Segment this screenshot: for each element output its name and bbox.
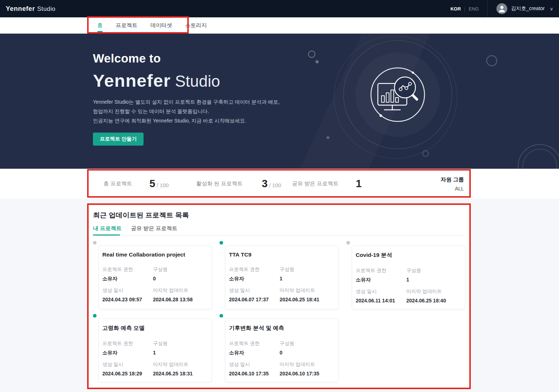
hero-description: Yennefer Studio는 별도의 설치 없이 프로젝트 환경을 구축하고… <box>93 97 280 125</box>
members-value: 1 <box>280 276 334 282</box>
active-projects-limit: / 100 <box>269 182 281 189</box>
permission-label: 프로젝트 권한 <box>229 266 280 273</box>
app-logo[interactable]: YenneferStudio <box>6 5 55 13</box>
members-value: 0 <box>280 350 334 356</box>
tab-my-projects[interactable]: 내 프로젝트 <box>93 225 121 235</box>
active-projects-value: 3 / 100 <box>262 178 281 189</box>
project-title: Covid-19 분석 <box>356 251 461 259</box>
project-card-wrapper: Real time Collaboration project 프로젝트 권한 … <box>93 241 212 309</box>
lang-eng-button[interactable]: ENG <box>469 6 479 12</box>
hero-banner: Welcome to YenneferStudio Yennefer Studi… <box>0 34 559 169</box>
project-list-tabs: 내 프로젝트 공유 받은 프로젝트 <box>93 225 465 236</box>
permission-value: 소유자 <box>102 276 153 282</box>
created-label: 생성 일시 <box>102 361 153 368</box>
hero-content: Welcome to YenneferStudio Yennefer Studi… <box>93 52 280 146</box>
created-label: 생성 일시 <box>229 287 280 294</box>
permission-value: 소유자 <box>229 350 280 356</box>
created-value: 2024.06.10 17:35 <box>229 371 280 376</box>
shared-projects-label: 공유 받은 프로젝트 <box>292 180 338 187</box>
members-label: 구성원 <box>153 340 207 347</box>
project-card[interactable]: 기후변화 분석 및 예측 프로젝트 권한 구성원 소유자 0 생성 일시 마지막… <box>225 318 338 382</box>
updated-value: 2024.06.10 17:35 <box>280 371 334 376</box>
lang-separator: | <box>464 6 465 12</box>
tab-datasets[interactable]: 데이터셋 <box>150 17 172 34</box>
project-title: 고령화 예측 모델 <box>102 324 207 332</box>
tab-home[interactable]: 홈 <box>97 17 103 34</box>
created-value: 2024.04.23 09:57 <box>102 297 153 302</box>
hero-description-line: Yennefer Studio는 별도의 설치 없이 프로젝트 환경을 구축하고… <box>93 97 280 107</box>
created-value: 2024.06.25 18:29 <box>102 371 153 376</box>
project-status-dot <box>219 241 223 245</box>
project-card-wrapper: 기후변화 분석 및 예측 프로젝트 권한 구성원 소유자 0 생성 일시 마지막… <box>219 314 338 382</box>
members-value: 1 <box>153 350 207 356</box>
tab-shared-projects[interactable]: 공유 받은 프로젝트 <box>131 225 177 235</box>
updated-value: 2024.06.25 18:40 <box>406 298 461 303</box>
members-label: 구성원 <box>153 266 207 273</box>
project-stats-band: 총 프로젝트 5 / 100 활성화 된 프로젝트 3 / 100 공유 받은 … <box>0 169 559 199</box>
project-card[interactable]: Real time Collaboration project 프로젝트 권한 … <box>98 245 212 309</box>
tab-projects[interactable]: 프로젝트 <box>116 17 137 34</box>
app-logo-secondary: Studio <box>37 5 56 12</box>
active-projects-label: 활성화 된 프로젝트 <box>196 180 243 187</box>
resource-group: 자원 그룹 ALL <box>441 176 464 191</box>
top-navbar: YenneferStudio KOR | ENG 김지호_creator ∨ <box>0 0 559 17</box>
hero-logo: YenneferStudio <box>93 70 280 91</box>
created-label: 생성 일시 <box>229 361 280 368</box>
navbar-right: KOR | ENG 김지호_creator ∨ <box>451 0 559 17</box>
active-projects-count: 3 <box>262 178 268 189</box>
permission-value: 소유자 <box>229 276 280 282</box>
shared-projects-count: 1 <box>356 178 362 189</box>
permission-label: 프로젝트 권한 <box>102 340 153 347</box>
project-status-dot <box>93 314 97 318</box>
create-project-button[interactable]: 프로젝트 만들기 <box>93 133 144 146</box>
total-projects-limit: / 100 <box>157 182 168 189</box>
chevron-down-icon: ∨ <box>550 6 553 12</box>
permission-label: 프로젝트 권한 <box>229 340 280 347</box>
created-label: 생성 일시 <box>356 288 406 295</box>
updated-label: 마지막 업데이트 <box>280 361 334 368</box>
permission-value: 소유자 <box>356 277 406 283</box>
updated-value: 2024.06.25 18:31 <box>153 371 207 376</box>
shared-projects-value: 1 <box>356 178 363 189</box>
updated-label: 마지막 업데이트 <box>153 287 207 294</box>
hero-logo-primary: Yennefer <box>93 71 171 90</box>
user-menu[interactable]: 김지호_creator ∨ <box>488 3 559 14</box>
total-projects-count: 5 <box>149 178 155 189</box>
project-card-grid: Real time Collaboration project 프로젝트 권한 … <box>93 241 465 382</box>
main-nav-tabs: 홈 프로젝트 데이터셋 스토리지 <box>0 17 559 34</box>
project-card-wrapper: TTA TC9 프로젝트 권한 구성원 소유자 1 생성 일시 마지막 업데이트… <box>219 241 338 309</box>
resource-group-value: ALL <box>441 186 464 191</box>
project-status-dot <box>219 314 223 318</box>
hero-description-line: 협업까지 진행할 수 있는 데이터 분석 플랫폼입니다. <box>93 107 280 116</box>
project-card[interactable]: TTA TC9 프로젝트 권한 구성원 소유자 1 생성 일시 마지막 업데이트… <box>225 245 338 309</box>
project-status-dot <box>93 241 97 245</box>
created-value: 2024.06.11 14:01 <box>356 298 406 303</box>
project-card[interactable]: 고령화 예측 모델 프로젝트 권한 구성원 소유자 1 생성 일시 마지막 업데… <box>98 318 212 382</box>
members-label: 구성원 <box>280 340 334 347</box>
app-logo-primary: Yennefer <box>6 5 35 12</box>
project-title: 기후변화 분석 및 예측 <box>229 324 334 332</box>
total-projects-value: 5 / 100 <box>149 178 169 189</box>
updated-value: 2024.06.28 13:58 <box>153 297 207 302</box>
permission-value: 소유자 <box>102 350 153 356</box>
created-value: 2024.06.07 17:37 <box>229 297 280 302</box>
project-card-wrapper: Covid-19 분석 프로젝트 권한 구성원 소유자 1 생성 일시 마지막 … <box>346 241 465 309</box>
hero-welcome-text: Welcome to <box>93 52 280 65</box>
user-avatar-icon <box>496 3 507 14</box>
person-icon <box>496 3 507 14</box>
project-title: TTA TC9 <box>229 251 334 258</box>
tab-storage[interactable]: 스토리지 <box>185 17 207 34</box>
project-card-wrapper: 고령화 예측 모델 프로젝트 권한 구성원 소유자 1 생성 일시 마지막 업데… <box>93 314 212 382</box>
members-value: 1 <box>406 277 461 283</box>
updated-label: 마지막 업데이트 <box>406 288 461 295</box>
members-label: 구성원 <box>280 266 334 273</box>
members-label: 구성원 <box>406 267 461 274</box>
updated-value: 2024.06.25 18:41 <box>280 297 334 302</box>
recent-projects-heading: 최근 업데이트된 프로젝트 목록 <box>93 211 465 220</box>
permission-label: 프로젝트 권한 <box>102 266 153 273</box>
project-card[interactable]: Covid-19 분석 프로젝트 권한 구성원 소유자 1 생성 일시 마지막 … <box>352 245 465 309</box>
lang-kor-button[interactable]: KOR <box>451 6 461 12</box>
project-status-dot <box>346 241 350 245</box>
total-projects-label: 총 프로젝트 <box>103 180 132 187</box>
updated-label: 마지막 업데이트 <box>153 361 207 368</box>
